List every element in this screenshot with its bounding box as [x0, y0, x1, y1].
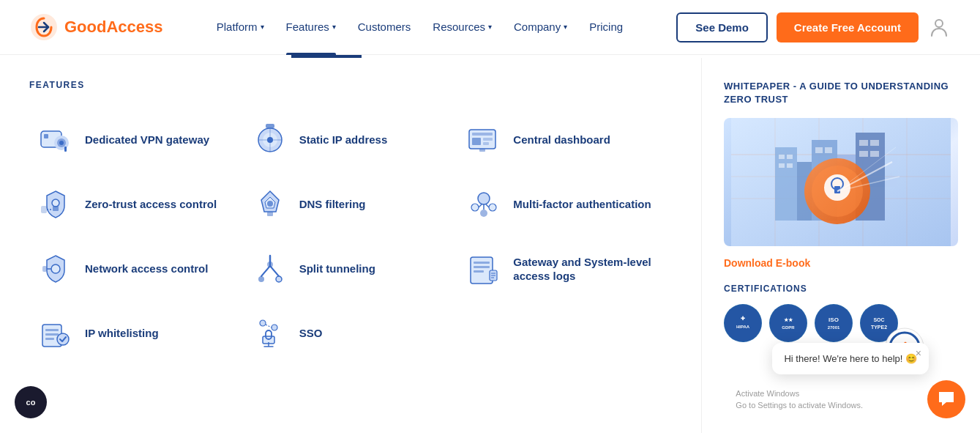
svg-point-33 [480, 210, 487, 217]
svg-rect-84 [859, 140, 868, 146]
vpn-gateway-icon [37, 121, 75, 159]
svg-point-1 [935, 20, 943, 27]
svg-point-60 [260, 320, 266, 326]
svg-point-57 [57, 333, 69, 345]
dns-filtering-label: DNS filtering [299, 197, 366, 212]
sso-label: SSO [299, 326, 323, 341]
svg-rect-56 [45, 338, 54, 340]
svg-rect-78 [779, 155, 785, 159]
central-dashboard-icon [465, 121, 503, 159]
network-access-label: Network access control [85, 262, 208, 276]
svg-rect-46 [474, 262, 490, 264]
svg-rect-22 [41, 206, 47, 213]
feature-sso[interactable]: SSO [244, 301, 458, 366]
feature-ip-whitelisting[interactable]: IP whitelisting [29, 301, 244, 366]
network-access-icon [37, 250, 75, 288]
svg-point-44 [267, 262, 273, 267]
svg-rect-83 [825, 147, 832, 153]
dedicated-vpn-label: Dedicated VPN gateway [85, 133, 209, 147]
create-account-button[interactable]: Create Free Account [777, 12, 919, 42]
feature-network-access[interactable]: Network access control [29, 237, 244, 301]
svg-line-41 [270, 266, 279, 276]
split-tunneling-icon [251, 250, 289, 288]
svg-text:27001: 27001 [828, 325, 840, 330]
logo[interactable]: GoodAccess [29, 12, 163, 42]
svg-rect-81 [787, 163, 793, 168]
mfa-label: Multi-factor authentication [513, 197, 651, 212]
svg-rect-79 [787, 155, 793, 159]
svg-rect-87 [870, 151, 879, 157]
svg-point-102 [815, 305, 852, 341]
nav-company[interactable]: Company ▾ [514, 21, 567, 34]
zero-trust-icon [37, 185, 75, 223]
company-chevron-icon: ▾ [564, 23, 567, 31]
download-ebook-button[interactable]: Download E-book [724, 257, 810, 269]
svg-text:HIPAA: HIPAA [736, 325, 750, 329]
svg-point-43 [276, 276, 282, 282]
svg-rect-13 [266, 124, 274, 128]
logo-icon [29, 12, 59, 42]
whitepaper-title: WHITEPAPER - A GUIDE TO UNDERSTANDING ZE… [724, 80, 958, 106]
features-section-label: FEATURES [29, 80, 672, 90]
svg-point-20 [52, 199, 59, 207]
central-dashboard-label: Central dashboard [513, 133, 610, 147]
nav-resources[interactable]: Resources ▾ [433, 21, 492, 34]
nav-customers[interactable]: Customers [358, 21, 411, 34]
zero-trust-label: Zero-trust access control [85, 197, 217, 212]
feature-dedicated-vpn[interactable]: Dedicated VPN gateway [29, 108, 244, 172]
svg-rect-73 [775, 147, 797, 221]
user-account-icon[interactable] [927, 15, 951, 39]
platform-chevron-icon: ▾ [261, 23, 264, 31]
gateway-logs-label: Gateway and System-level access logs [513, 255, 665, 284]
features-grid: Dedicated VPN gateway Static IP address [29, 108, 672, 366]
svg-rect-7 [64, 147, 67, 152]
svg-rect-82 [815, 147, 823, 153]
svg-rect-16 [472, 138, 481, 145]
svg-point-42 [258, 276, 264, 282]
main-nav: Platform ▾ Features ▾ Customers Resource… [217, 21, 623, 34]
svg-point-29 [471, 204, 479, 211]
svg-point-6 [59, 141, 64, 145]
iso-badge: ISO 27001 [815, 304, 853, 342]
svg-point-99 [770, 305, 807, 341]
see-demo-button[interactable]: See Demo [676, 12, 768, 42]
whitepaper-illustration [731, 118, 951, 246]
svg-point-35 [51, 264, 60, 273]
svg-rect-47 [474, 266, 490, 268]
whitepaper-image[interactable] [724, 118, 958, 246]
static-ip-icon [251, 121, 289, 159]
svg-point-30 [489, 204, 496, 211]
features-panel: FEATURES Dedicated VPN gateway [0, 58, 702, 433]
co-logo-button[interactable]: co [15, 386, 47, 418]
nav-platform[interactable]: Platform ▾ [217, 21, 264, 34]
feature-split-tunneling[interactable]: Split tunneling [244, 237, 458, 301]
certifications-label: CERTIFICATIONS [724, 284, 958, 294]
svg-line-62 [266, 325, 272, 327]
feature-dns-filtering[interactable]: DNS filtering [244, 172, 458, 237]
svg-rect-48 [474, 270, 484, 273]
svg-line-40 [261, 266, 270, 276]
header-actions: See Demo Create Free Account [676, 12, 951, 42]
header: GoodAccess Platform ▾ Features ▾ Custome… [0, 0, 980, 55]
feature-central-dashboard[interactable]: Central dashboard [457, 108, 672, 172]
features-chevron-icon: ▾ [332, 23, 336, 31]
feature-gateway-logs[interactable]: Gateway and System-level access logs [457, 237, 672, 301]
svg-rect-85 [870, 140, 879, 146]
feature-mfa[interactable]: Multi-factor authentication [457, 172, 672, 237]
chat-widget-button[interactable] [927, 380, 965, 418]
mfa-icon [465, 185, 503, 223]
svg-line-32 [486, 204, 489, 207]
svg-point-96 [725, 305, 761, 341]
chat-close-button[interactable]: × [916, 347, 921, 359]
gateway-logs-icon [465, 250, 503, 288]
nav-pricing[interactable]: Pricing [589, 21, 623, 34]
svg-rect-19 [479, 149, 485, 152]
hipaa-badge: ✚ HIPAA [724, 304, 762, 342]
sso-icon [251, 314, 289, 352]
svg-rect-27 [267, 212, 273, 216]
feature-zero-trust[interactable]: Zero-trust access control [29, 172, 244, 237]
ip-whitelisting-label: IP whitelisting [85, 326, 159, 341]
svg-line-31 [479, 204, 482, 207]
feature-static-ip[interactable]: Static IP address [244, 108, 458, 172]
nav-features[interactable]: Features ▾ [286, 21, 336, 34]
